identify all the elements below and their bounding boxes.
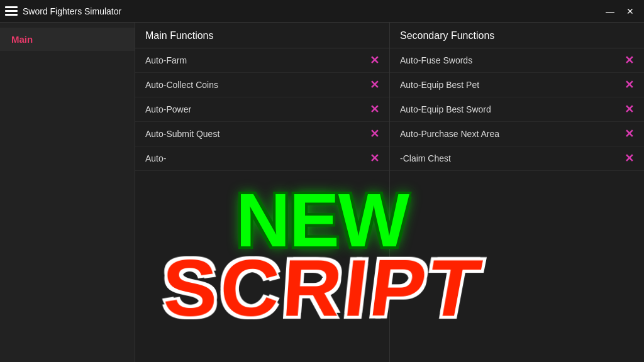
toggle-auto-5[interactable]: ✕ xyxy=(370,153,379,164)
table-row: Auto-Equip Best Sword ✕ xyxy=(390,97,644,122)
toggle-auto-fuse-swords[interactable]: ✕ xyxy=(625,55,634,66)
close-button[interactable]: ✕ xyxy=(621,4,639,18)
table-row: Auto-Equip Best Pet ✕ xyxy=(390,73,644,97)
toggle-auto-equip-best-pet[interactable]: ✕ xyxy=(625,79,634,90)
toggle-auto-farm[interactable]: ✕ xyxy=(370,55,379,66)
table-row: Auto-Farm ✕ xyxy=(135,48,389,73)
table-row: Auto-Power ✕ xyxy=(135,97,389,122)
title-bar-controls: — ✕ xyxy=(601,4,639,18)
toggle-auto-purchase-next-area[interactable]: ✕ xyxy=(625,128,634,140)
toggle-auto-submit-quest[interactable]: ✕ xyxy=(370,128,379,140)
main-functions-column: Main Functions Auto-Farm ✕ Auto-Collect … xyxy=(135,23,390,362)
table-row: Auto-Purchase Next Area ✕ xyxy=(390,122,644,146)
table-row: Auto-Submit Quest ✕ xyxy=(135,122,389,146)
toggle-auto-power[interactable]: ✕ xyxy=(370,104,379,115)
content-panel: Main Functions Auto-Farm ✕ Auto-Collect … xyxy=(135,23,644,362)
toggle-auto-collect-coins[interactable]: ✕ xyxy=(370,79,379,90)
title-bar: Sword Fighters Simulator — ✕ xyxy=(0,0,644,23)
table-row: Auto-Fuse Swords ✕ xyxy=(390,48,644,73)
monitor-icon xyxy=(5,6,18,16)
table-row: Auto- ✕ xyxy=(135,146,389,171)
toggle-claim-chest[interactable]: ✕ xyxy=(625,153,634,164)
sidebar: Main xyxy=(0,23,135,362)
main-functions-header: Main Functions xyxy=(135,23,389,48)
toggle-auto-equip-best-sword[interactable]: ✕ xyxy=(625,104,634,115)
title-bar-left: Sword Fighters Simulator xyxy=(5,6,121,16)
app-title: Sword Fighters Simulator xyxy=(23,6,121,16)
secondary-functions-column: Secondary Functions Auto-Fuse Swords ✕ A… xyxy=(390,23,644,362)
app-body: Main Main Functions Auto-Farm ✕ Auto-Col… xyxy=(0,23,644,362)
secondary-functions-header: Secondary Functions xyxy=(390,23,644,48)
table-row: Auto-Collect Coins ✕ xyxy=(135,73,389,97)
table-row: -Claim Chest ✕ xyxy=(390,146,644,171)
minimize-button[interactable]: — xyxy=(601,4,619,18)
sidebar-item-main[interactable]: Main xyxy=(0,28,135,51)
